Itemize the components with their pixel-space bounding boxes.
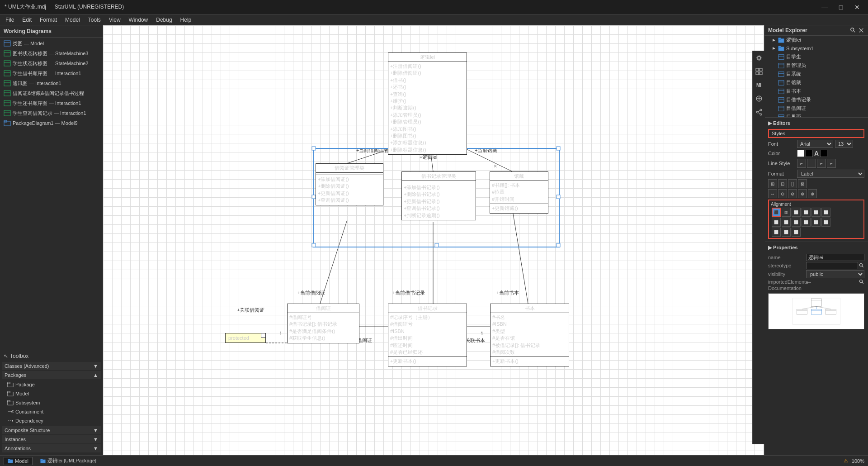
color-swatch-black[interactable] <box>806 150 813 157</box>
align-btn-4[interactable]: ⬜ <box>802 208 811 217</box>
align-btn-3[interactable]: ⬜ <box>792 208 801 217</box>
menu-window[interactable]: Window <box>125 16 152 24</box>
diagram-item-seq2[interactable]: 借阅证&馆藏&借阅记录借书过程 <box>0 88 103 98</box>
bottom-tab-logicallei[interactable]: 逻辑lei [UMLPackage] <box>36 456 100 466</box>
class-guancang[interactable]: 馆藏 #书籍[]: 书本 #位置 #开馆时间 +更新馆藏() <box>490 171 548 214</box>
prop-name-input[interactable] <box>806 254 864 261</box>
align-btn-5[interactable]: ⬜ <box>811 208 821 217</box>
align-btn-10[interactable]: ⬜ <box>802 218 811 227</box>
diagram-canvas[interactable]: +当前借阅证管理 +当前馆藏 +逻辑lei +当前借阅证 +当前借书记录 +当前… <box>103 25 764 455</box>
explorer-item-guancang[interactable]: 目馆藏 <box>764 78 868 87</box>
font-style-A[interactable]: A <box>814 150 819 157</box>
diagram-item-seq3[interactable]: 学生还书顺序图 — Interaction1 <box>0 98 103 108</box>
instances-section[interactable]: Instances ▼ <box>2 435 101 443</box>
expand-properties-icon[interactable]: ▶ <box>768 245 772 250</box>
fmt-btn-3[interactable]: [] <box>788 179 797 188</box>
class-jieyue-manager[interactable]: 借阅证管理类 +添加借阅证() +删除借阅证() +更新借阅证() +查询借阅证… <box>316 163 383 205</box>
class-jieshu-manager[interactable]: 借书记录管理类 +添加借书记录() +删除借书记录() +更新借书记录() +查… <box>401 171 476 220</box>
bottom-tab-model[interactable]: Model <box>4 457 33 465</box>
canvas-area[interactable]: +当前借阅证管理 +当前馆藏 +逻辑lei +当前借阅证 +当前借书记录 +当前… <box>103 25 764 455</box>
explorer-item-student[interactable]: 目学生 <box>764 52 868 61</box>
fmt-btn-5[interactable]: ↔ <box>768 189 777 198</box>
font-size-select[interactable]: 13 <box>835 140 853 148</box>
align-btn-2[interactable]: ▥ <box>782 208 791 217</box>
class-shuben[interactable]: 书本 #书名 #ISBN #类型 #是否在馆 #被借记录[]: 借书记录 #借阅… <box>490 304 569 366</box>
search-icon2[interactable] <box>859 263 864 268</box>
diagram-item-seq1[interactable]: 学生借书顺序图 — Interaction1 <box>0 68 103 78</box>
align-btn-14[interactable]: ⬜ <box>782 228 791 237</box>
classes-advanced-section[interactable]: Classes (Advanced) ▼ <box>2 362 101 370</box>
explorer-item-interface[interactable]: 目界面 <box>764 113 868 117</box>
menu-tools[interactable]: Tools <box>85 16 104 24</box>
protected-note[interactable]: protected <box>225 333 266 343</box>
align-btn-13[interactable]: ⬜ <box>772 228 781 237</box>
line-style-btn-3[interactable]: ⌐ <box>817 159 826 168</box>
align-btn-15[interactable]: ⬜ <box>792 228 801 237</box>
explorer-item-subsystem1[interactable]: Subsystem1 <box>764 44 868 52</box>
line-style-btn-2[interactable]: — <box>807 159 816 168</box>
prop-stereotype-input[interactable] <box>806 262 858 269</box>
menu-format[interactable]: Format <box>36 16 61 24</box>
packages-section[interactable]: Packages ▲ <box>2 371 101 379</box>
menu-model[interactable]: Model <box>61 16 84 24</box>
fmt-btn-2[interactable]: ⊡ <box>778 179 787 188</box>
search-icon3[interactable] <box>859 279 864 285</box>
format-select[interactable]: Label <box>797 170 864 178</box>
fmt-btn-1[interactable]: ⊞ <box>768 179 777 188</box>
close-icon[interactable] <box>858 27 864 33</box>
diagram-item-comm[interactable]: 通讯图 — Interaction1 <box>0 78 103 88</box>
align-btn-9[interactable]: ⬜ <box>792 218 801 227</box>
diagram-item-pkg[interactable]: PackageDiagram1 — Model9 <box>0 118 103 128</box>
toolbar-btn-compass[interactable] <box>764 93 764 104</box>
maximize-button[interactable]: □ <box>835 1 847 14</box>
menu-help[interactable]: Help <box>177 16 195 24</box>
toolbox-subsystem[interactable]: Subsystem <box>2 398 101 407</box>
line-style-btn-1[interactable]: ⌐ <box>797 159 806 168</box>
color-swatch-white[interactable] <box>797 150 804 157</box>
class-jieyuezheng[interactable]: 借阅证 #借阅证号 #借书记录[]: 借书记录 #是否满足借阅条件() #获取学… <box>287 304 359 343</box>
menu-file[interactable]: File <box>2 16 18 24</box>
fmt-btn-8[interactable]: ⊛ <box>798 189 807 198</box>
diagram-item-state2[interactable]: 学生状态转移图 — StateMachine2 <box>0 58 103 68</box>
prop-visibility-select[interactable]: public protected private <box>806 270 864 278</box>
line-style-btn-4[interactable]: ⌐ <box>827 159 836 168</box>
expand-editors-icon[interactable]: ▶ <box>768 120 772 126</box>
menu-debug[interactable]: Debug <box>152 16 175 24</box>
fmt-btn-4[interactable]: ⊠ <box>798 179 807 188</box>
font-select[interactable]: Arial <box>797 140 833 148</box>
toolbar-btn-mi[interactable]: MI <box>764 80 764 90</box>
annotations-section[interactable]: Annotations ▼ <box>2 444 101 452</box>
explorer-item-manager[interactable]: 目管理员 <box>764 61 868 70</box>
explorer-item-shuben[interactable]: 目书本 <box>764 87 868 95</box>
class-jieshuji[interactable]: 借书记录 #记录序号（主键） #借阅证号 #ISBN #借出时间 #应还时间 #… <box>388 304 467 366</box>
fmt-btn-6[interactable]: ⊙ <box>778 189 787 198</box>
minimize-button[interactable]: — <box>818 1 831 14</box>
explorer-item-logicallei[interactable]: 逻辑lei <box>764 36 868 44</box>
styles-button[interactable]: Styles <box>768 129 864 138</box>
align-btn-8[interactable]: ⬜ <box>782 218 791 227</box>
diagram-item-state1[interactable]: 图书状态转移图 — StateMachine3 <box>0 48 103 58</box>
explorer-item-jieshuji[interactable]: 目借书记录 <box>764 95 868 104</box>
composite-structure-section[interactable]: Composite Structure ▼ <box>2 426 101 434</box>
menu-edit[interactable]: Edit <box>19 16 35 24</box>
explorer-item-jieyuezheng[interactable]: 目借阅证 <box>764 104 868 113</box>
toolbox-dependency[interactable]: Dependency <box>2 416 101 425</box>
search-icon[interactable] <box>850 27 856 33</box>
toolbox-containment[interactable]: Containment <box>2 407 101 416</box>
explorer-item-system[interactable]: 目系统 <box>764 70 868 78</box>
align-btn-11[interactable]: ⬜ <box>811 218 821 227</box>
toolbar-btn-1[interactable] <box>764 52 764 63</box>
align-btn-12[interactable]: ⬜ <box>821 218 830 227</box>
toolbar-btn-model-explorer[interactable] <box>764 66 764 77</box>
align-btn-6[interactable]: ⬜ <box>821 208 830 217</box>
fmt-btn-7[interactable]: ⊘ <box>788 189 797 198</box>
toolbox-model[interactable]: Model <box>2 389 101 398</box>
close-button[interactable]: ✕ <box>851 1 863 14</box>
align-btn-left-active[interactable]: ⬛ <box>772 208 781 217</box>
fmt-btn-9[interactable]: ⊕ <box>808 189 817 198</box>
diagram-item-class[interactable]: 类图 — Model <box>0 38 103 48</box>
class-logicallei[interactable]: 逻辑lei +注册借阅证() +删除借阅证() +借书() +还书() +查询(… <box>388 52 467 155</box>
toolbox-package[interactable]: Package <box>2 380 101 389</box>
menu-view[interactable]: View <box>105 16 124 24</box>
diagram-item-seq4[interactable]: 学生查询借阅记录 — Interaction1 <box>0 108 103 118</box>
